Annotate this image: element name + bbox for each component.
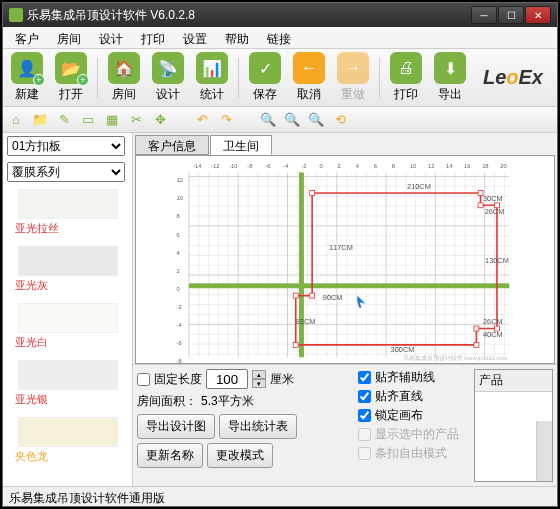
svg-text:0: 0 xyxy=(320,163,323,169)
svg-rect-89 xyxy=(474,342,479,347)
refresh-icon[interactable]: ⟲ xyxy=(331,111,349,129)
length-spinner[interactable]: ▴▾ xyxy=(252,370,266,388)
open-icon[interactable]: 📁 xyxy=(31,111,49,129)
swatch-item[interactable]: 亚光拉丝 xyxy=(3,185,132,242)
menu-设置[interactable]: 设置 xyxy=(175,29,215,46)
export-stats-button[interactable]: 导出统计表 xyxy=(219,414,297,439)
home-icon[interactable]: ⌂ xyxy=(7,111,25,129)
menu-打印[interactable]: 打印 xyxy=(133,29,173,46)
svg-text:130CM: 130CM xyxy=(485,256,509,265)
menu-链接[interactable]: 链接 xyxy=(259,29,299,46)
main-toolbar: 👤+新建📂+打开🏠房间📡设计📊统计✓保存←取消→重做🖨打印⬇导出LeoEx xyxy=(3,49,557,107)
swatch-item[interactable]: 亚光灰 xyxy=(3,242,132,299)
svg-text:12: 12 xyxy=(177,177,183,183)
svg-text:-14: -14 xyxy=(193,163,202,169)
grid-icon[interactable]: ▦ xyxy=(103,111,121,129)
show-selected-checkbox xyxy=(358,428,371,441)
svg-text:117CM: 117CM xyxy=(329,243,353,252)
bottom-panel: 固定长度 ▴▾ 厘米 房间面积： 5.3平方米 导出设计图 导出统计表 更 xyxy=(133,364,557,486)
svg-text:30CM: 30CM xyxy=(483,194,503,203)
svg-rect-85 xyxy=(478,203,483,208)
snap-aux-checkbox[interactable] xyxy=(358,371,371,384)
rect-icon[interactable]: ▭ xyxy=(79,111,97,129)
tab-bathroom[interactable]: 卫生间 xyxy=(210,135,272,155)
update-name-button[interactable]: 更新名称 xyxy=(137,443,203,468)
design-button[interactable]: 📡设计 xyxy=(148,50,188,105)
panel-dimensions: 固定长度 ▴▾ 厘米 房间面积： 5.3平方米 导出设计图 导出统计表 更 xyxy=(137,369,352,482)
draw-icon[interactable]: ✎ xyxy=(55,111,73,129)
menu-房间[interactable]: 房间 xyxy=(49,29,89,46)
svg-text:8: 8 xyxy=(177,213,180,219)
close-button[interactable]: ✕ xyxy=(525,6,551,24)
save-button[interactable]: ✓保存 xyxy=(245,50,285,105)
redo-button[interactable]: →重做 xyxy=(333,50,373,105)
svg-text:-8: -8 xyxy=(247,163,252,169)
titlebar[interactable]: 乐易集成吊顶设计软件 V6.0.2.8 ─ ☐ ✕ xyxy=(3,3,557,27)
swatch-item[interactable]: 亚光银 xyxy=(3,356,132,413)
swatch-item[interactable]: 夹色龙 xyxy=(3,413,132,470)
menu-设计[interactable]: 设计 xyxy=(91,29,131,46)
scissors-icon[interactable]: ✂ xyxy=(127,111,145,129)
svg-text:40CM: 40CM xyxy=(483,330,503,339)
statusbar: 乐易集成吊顶设计软件通用版 xyxy=(3,486,557,506)
fixed-length-input[interactable] xyxy=(206,369,248,389)
print-button[interactable]: 🖨打印 xyxy=(386,50,426,105)
menu-帮助[interactable]: 帮助 xyxy=(217,29,257,46)
unit-label: 厘米 xyxy=(270,371,294,388)
category2-select[interactable]: 覆膜系列 xyxy=(7,162,125,182)
export-button[interactable]: ⬇导出 xyxy=(430,50,470,105)
tab-bar: 客户信息 卫生间 xyxy=(133,133,557,155)
svg-text:18: 18 xyxy=(482,163,488,169)
svg-text:26CM: 26CM xyxy=(483,317,503,326)
svg-text:83CM: 83CM xyxy=(296,317,316,326)
svg-text:2: 2 xyxy=(338,163,341,169)
svg-text:210CM: 210CM xyxy=(407,182,431,191)
main-panel: 客户信息 卫生间 -14-12-10-8-6-4-202468101214161… xyxy=(133,133,557,486)
svg-text:6: 6 xyxy=(374,163,377,169)
svg-text:-2: -2 xyxy=(177,304,182,310)
category1-select[interactable]: 01方扣板 xyxy=(7,136,125,156)
snap-line-checkbox[interactable] xyxy=(358,390,371,403)
menu-客户[interactable]: 客户 xyxy=(7,29,47,46)
change-mode-button[interactable]: 更改模式 xyxy=(207,443,273,468)
svg-text:-4: -4 xyxy=(283,163,289,169)
new-button[interactable]: 👤+新建 xyxy=(7,50,47,105)
undo-icon[interactable]: ↶ xyxy=(193,111,211,129)
svg-text:8: 8 xyxy=(392,163,395,169)
svg-text:4: 4 xyxy=(356,163,360,169)
open-button[interactable]: 📂+打开 xyxy=(51,50,91,105)
zoom-in-icon[interactable]: 🔍 xyxy=(259,111,277,129)
scrollbar[interactable] xyxy=(536,421,552,481)
app-icon xyxy=(9,8,23,22)
zoom-out-icon[interactable]: 🔍 xyxy=(283,111,301,129)
export-plan-button[interactable]: 导出设计图 xyxy=(137,414,215,439)
lock-canvas-checkbox[interactable] xyxy=(358,409,371,422)
minimize-button[interactable]: ─ xyxy=(471,6,497,24)
canvas[interactable]: -14-12-10-8-6-4-202468101214161820121086… xyxy=(135,155,555,364)
sidebar: 01方扣板 覆膜系列 亚光拉丝亚光灰亚光白亚光银夹色龙 xyxy=(3,133,133,486)
tab-customer[interactable]: 客户信息 xyxy=(135,135,209,155)
area-value: 5.3平方米 xyxy=(201,393,254,410)
panel-options: 贴齐辅助线 贴齐直线 锁定画布 显示选中的产品 条扣自由模式 xyxy=(358,369,468,482)
svg-text:12: 12 xyxy=(428,163,434,169)
svg-text:10: 10 xyxy=(410,163,416,169)
swatch-item[interactable]: 亚光白 xyxy=(3,299,132,356)
zoom-fit-icon[interactable]: 🔍 xyxy=(307,111,325,129)
svg-text:乐易集成吊顶设计软件 www.jcdd2d.com: 乐易集成吊顶设计软件 www.jcdd2d.com xyxy=(403,355,508,361)
room-button[interactable]: 🏠房间 xyxy=(104,50,144,105)
svg-rect-83 xyxy=(310,191,315,196)
cancel-button[interactable]: ←取消 xyxy=(289,50,329,105)
svg-text:-10: -10 xyxy=(229,163,237,169)
maximize-button[interactable]: ☐ xyxy=(498,6,524,24)
secondary-toolbar: ⌂ 📁 ✎ ▭ ▦ ✂ ✥ ↶ ↷ 🔍 🔍 🔍 ⟲ xyxy=(3,107,557,133)
fixed-length-checkbox[interactable] xyxy=(137,373,150,386)
svg-text:4: 4 xyxy=(177,250,181,256)
svg-text:16: 16 xyxy=(464,163,470,169)
move-icon[interactable]: ✥ xyxy=(151,111,169,129)
redo-icon[interactable]: ↷ xyxy=(217,111,235,129)
svg-text:2: 2 xyxy=(177,268,180,274)
product-panel: 产品 xyxy=(474,369,553,482)
status-text: 乐易集成吊顶设计软件通用版 xyxy=(9,491,165,505)
stats-button[interactable]: 📊统计 xyxy=(192,50,232,105)
svg-text:26CM: 26CM xyxy=(485,207,505,216)
